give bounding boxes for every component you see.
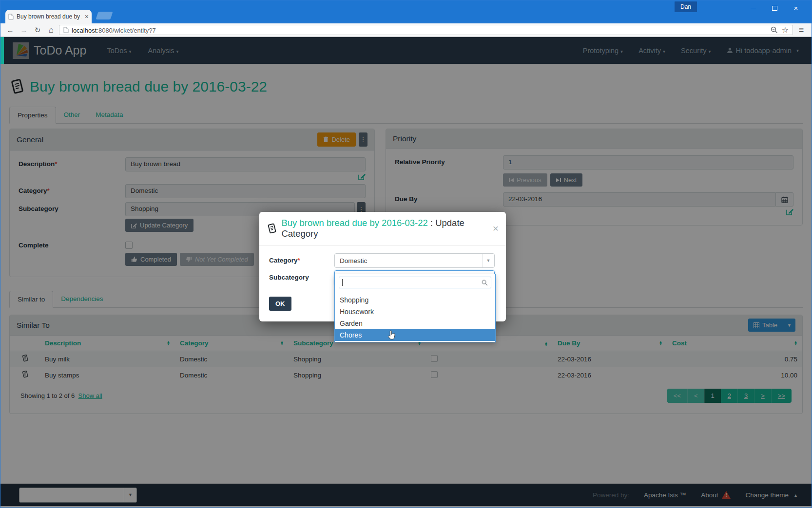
profile-badge[interactable]: Dan bbox=[675, 1, 697, 12]
back-icon[interactable]: ← bbox=[4, 26, 16, 34]
caret-down-icon: ▼ bbox=[482, 254, 494, 267]
new-tab-button[interactable] bbox=[96, 12, 113, 19]
browser-toolbar: ← → ↻ ⌂ localhost:8080/wicket/entity?7 ☆… bbox=[0, 23, 812, 37]
url-host: localhost bbox=[72, 27, 97, 34]
text-caret bbox=[342, 279, 343, 286]
option-chores[interactable]: Chores bbox=[335, 329, 495, 341]
browser-titlebar: Buy brown bread due by 2 × Dan × bbox=[0, 0, 812, 23]
close-button[interactable]: × bbox=[785, 4, 807, 12]
app-page: ToDo App ToDos▾ Analysis▾ Prototyping▾ A… bbox=[0, 37, 812, 508]
maximize-button[interactable] bbox=[764, 4, 785, 12]
modal-category-label: Category* bbox=[269, 253, 334, 268]
bookmark-star-icon[interactable]: ☆ bbox=[782, 25, 789, 35]
browser-window: Buy brown bread due by 2 × Dan × ← → ↻ ⌂… bbox=[0, 0, 812, 508]
modal-close-icon[interactable]: × bbox=[493, 225, 499, 232]
option-housework[interactable]: Housework bbox=[335, 306, 495, 318]
favicon-page-icon bbox=[8, 14, 14, 20]
zoom-out-icon[interactable] bbox=[771, 26, 778, 34]
url-path: :8080/wicket/entity?7 bbox=[97, 27, 155, 34]
tab-title: Buy brown bread due by 2 bbox=[17, 13, 82, 20]
tab-close-icon[interactable]: × bbox=[85, 13, 89, 20]
dropdown-search-input[interactable] bbox=[339, 277, 491, 288]
option-garden[interactable]: Garden bbox=[335, 318, 495, 329]
minimize-button[interactable] bbox=[742, 4, 764, 12]
todo-item-icon bbox=[267, 223, 277, 235]
option-shopping[interactable]: Shopping bbox=[335, 294, 495, 306]
subcategory-dropdown: Shopping Housework Garden Chores bbox=[334, 274, 496, 342]
url-bar[interactable]: localhost:8080/wicket/entity?7 ☆ bbox=[59, 25, 793, 35]
window-controls: × bbox=[742, 0, 807, 15]
page-icon bbox=[63, 27, 69, 33]
modal-title: Buy brown bread due by 2016-03-22 : Upda… bbox=[281, 218, 488, 239]
modal-subcategory-label: Subcategory bbox=[269, 270, 334, 285]
ok-button[interactable]: OK bbox=[269, 297, 291, 311]
browser-tab[interactable]: Buy brown bread due by 2 × bbox=[5, 10, 92, 23]
hand-cursor-icon bbox=[387, 330, 396, 340]
forward-icon[interactable]: → bbox=[18, 26, 30, 34]
menu-icon[interactable]: ≡ bbox=[795, 25, 808, 35]
theme-accent-stripe bbox=[0, 37, 4, 64]
home-icon[interactable]: ⌂ bbox=[45, 25, 57, 35]
refresh-icon[interactable]: ↻ bbox=[32, 26, 43, 35]
search-icon bbox=[482, 280, 488, 286]
modal-category-select[interactable]: Domestic ▼ bbox=[334, 253, 495, 268]
